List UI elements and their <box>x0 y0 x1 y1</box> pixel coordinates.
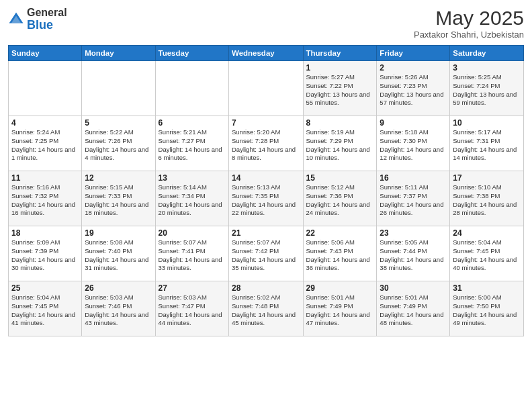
calendar-week-4: 18Sunrise: 5:09 AMSunset: 7:39 PMDayligh… <box>9 226 524 281</box>
day-number: 15 <box>306 173 374 183</box>
calendar-cell: 11Sunrise: 5:16 AMSunset: 7:32 PMDayligh… <box>9 171 82 226</box>
calendar-cell: 17Sunrise: 5:10 AMSunset: 7:38 PMDayligh… <box>450 171 524 226</box>
day-number: 20 <box>159 228 226 238</box>
day-number: 3 <box>453 63 521 73</box>
day-number: 11 <box>11 173 79 183</box>
day-number: 26 <box>85 283 152 293</box>
day-info: Sunrise: 5:18 AMSunset: 7:30 PMDaylight:… <box>380 128 447 163</box>
day-number: 4 <box>11 118 79 128</box>
subtitle: Paxtakor Shahri, Uzbekistan <box>414 30 524 40</box>
day-number: 12 <box>85 173 152 183</box>
day-number: 30 <box>380 283 447 293</box>
header: General Blue May 2025 Paxtakor Shahri, U… <box>8 7 524 40</box>
day-number: 17 <box>453 173 521 183</box>
day-number: 27 <box>159 283 226 293</box>
logo-blue-text: Blue <box>27 18 53 32</box>
header-friday: Friday <box>377 46 450 61</box>
calendar-cell: 5Sunrise: 5:22 AMSunset: 7:26 PMDaylight… <box>82 116 155 171</box>
day-info: Sunrise: 5:04 AMSunset: 7:45 PMDaylight:… <box>11 293 79 328</box>
day-info: Sunrise: 5:15 AMSunset: 7:33 PMDaylight:… <box>85 183 152 218</box>
calendar-cell: 23Sunrise: 5:05 AMSunset: 7:44 PMDayligh… <box>377 226 450 281</box>
calendar-week-1: 1Sunrise: 5:27 AMSunset: 7:22 PMDaylight… <box>9 61 524 116</box>
calendar-cell: 30Sunrise: 5:01 AMSunset: 7:49 PMDayligh… <box>377 281 450 336</box>
calendar-cell: 2Sunrise: 5:26 AMSunset: 7:23 PMDaylight… <box>377 61 450 116</box>
day-info: Sunrise: 5:13 AMSunset: 7:35 PMDaylight:… <box>232 183 300 218</box>
calendar-cell: 31Sunrise: 5:00 AMSunset: 7:50 PMDayligh… <box>450 281 524 336</box>
day-info: Sunrise: 5:10 AMSunset: 7:38 PMDaylight:… <box>453 183 521 218</box>
calendar-cell: 16Sunrise: 5:11 AMSunset: 7:37 PMDayligh… <box>377 171 450 226</box>
calendar-cell: 18Sunrise: 5:09 AMSunset: 7:39 PMDayligh… <box>9 226 82 281</box>
day-number: 18 <box>11 228 79 238</box>
day-info: Sunrise: 5:14 AMSunset: 7:34 PMDaylight:… <box>159 183 226 218</box>
logo-icon <box>8 11 24 28</box>
day-info: Sunrise: 5:05 AMSunset: 7:44 PMDaylight:… <box>380 238 447 273</box>
day-number: 10 <box>453 118 521 128</box>
calendar-cell: 9Sunrise: 5:18 AMSunset: 7:30 PMDaylight… <box>377 116 450 171</box>
calendar-cell: 12Sunrise: 5:15 AMSunset: 7:33 PMDayligh… <box>82 171 155 226</box>
day-info: Sunrise: 5:12 AMSunset: 7:36 PMDaylight:… <box>306 183 374 218</box>
day-number: 31 <box>453 283 521 293</box>
day-info: Sunrise: 5:09 AMSunset: 7:39 PMDaylight:… <box>11 238 79 273</box>
day-number: 8 <box>306 118 374 128</box>
header-wednesday: Wednesday <box>228 46 303 61</box>
calendar-header-row: Sunday Monday Tuesday Wednesday Thursday… <box>9 46 524 61</box>
calendar-cell <box>9 61 82 116</box>
day-number: 1 <box>306 63 374 73</box>
day-info: Sunrise: 5:06 AMSunset: 7:43 PMDaylight:… <box>306 238 374 273</box>
header-monday: Monday <box>82 46 155 61</box>
calendar-cell: 19Sunrise: 5:08 AMSunset: 7:40 PMDayligh… <box>82 226 155 281</box>
calendar-cell <box>155 61 228 116</box>
calendar-cell: 28Sunrise: 5:02 AMSunset: 7:48 PMDayligh… <box>228 281 303 336</box>
calendar-table: Sunday Monday Tuesday Wednesday Thursday… <box>8 45 524 336</box>
day-number: 9 <box>380 118 447 128</box>
header-tuesday: Tuesday <box>155 46 228 61</box>
day-number: 21 <box>232 228 300 238</box>
day-number: 6 <box>159 118 226 128</box>
day-info: Sunrise: 5:24 AMSunset: 7:25 PMDaylight:… <box>11 128 79 163</box>
calendar-cell: 20Sunrise: 5:07 AMSunset: 7:41 PMDayligh… <box>155 226 228 281</box>
calendar-cell <box>228 61 303 116</box>
main-title: May 2025 <box>414 7 524 30</box>
logo-general-text: General <box>27 7 67 18</box>
day-number: 16 <box>380 173 447 183</box>
logo: General Blue <box>8 7 67 32</box>
day-info: Sunrise: 5:27 AMSunset: 7:22 PMDaylight:… <box>306 73 374 107</box>
day-info: Sunrise: 5:20 AMSunset: 7:28 PMDaylight:… <box>232 128 300 163</box>
calendar-week-5: 25Sunrise: 5:04 AMSunset: 7:45 PMDayligh… <box>9 281 524 336</box>
day-info: Sunrise: 5:03 AMSunset: 7:47 PMDaylight:… <box>159 293 226 328</box>
header-thursday: Thursday <box>303 46 377 61</box>
day-info: Sunrise: 5:00 AMSunset: 7:50 PMDaylight:… <box>453 293 521 328</box>
day-info: Sunrise: 5:02 AMSunset: 7:48 PMDaylight:… <box>232 293 300 328</box>
day-info: Sunrise: 5:01 AMSunset: 7:49 PMDaylight:… <box>306 293 374 328</box>
day-number: 29 <box>306 283 374 293</box>
day-number: 19 <box>85 228 152 238</box>
calendar-cell: 21Sunrise: 5:07 AMSunset: 7:42 PMDayligh… <box>228 226 303 281</box>
header-saturday: Saturday <box>450 46 524 61</box>
day-info: Sunrise: 5:01 AMSunset: 7:49 PMDaylight:… <box>380 293 447 328</box>
day-number: 28 <box>232 283 300 293</box>
day-number: 25 <box>11 283 79 293</box>
calendar-cell: 14Sunrise: 5:13 AMSunset: 7:35 PMDayligh… <box>228 171 303 226</box>
calendar-cell: 4Sunrise: 5:24 AMSunset: 7:25 PMDaylight… <box>9 116 82 171</box>
day-info: Sunrise: 5:17 AMSunset: 7:31 PMDaylight:… <box>453 128 521 163</box>
day-info: Sunrise: 5:11 AMSunset: 7:37 PMDaylight:… <box>380 183 447 218</box>
day-info: Sunrise: 5:16 AMSunset: 7:32 PMDaylight:… <box>11 183 79 218</box>
calendar-cell: 15Sunrise: 5:12 AMSunset: 7:36 PMDayligh… <box>303 171 377 226</box>
day-number: 7 <box>232 118 300 128</box>
calendar-cell: 1Sunrise: 5:27 AMSunset: 7:22 PMDaylight… <box>303 61 377 116</box>
calendar-cell <box>82 61 155 116</box>
calendar-cell: 25Sunrise: 5:04 AMSunset: 7:45 PMDayligh… <box>9 281 82 336</box>
day-number: 22 <box>306 228 374 238</box>
header-sunday: Sunday <box>9 46 82 61</box>
day-info: Sunrise: 5:26 AMSunset: 7:23 PMDaylight:… <box>380 73 447 107</box>
day-info: Sunrise: 5:19 AMSunset: 7:29 PMDaylight:… <box>306 128 374 163</box>
day-info: Sunrise: 5:03 AMSunset: 7:46 PMDaylight:… <box>85 293 152 328</box>
day-info: Sunrise: 5:07 AMSunset: 7:41 PMDaylight:… <box>159 238 226 273</box>
calendar-cell: 10Sunrise: 5:17 AMSunset: 7:31 PMDayligh… <box>450 116 524 171</box>
calendar-cell: 27Sunrise: 5:03 AMSunset: 7:47 PMDayligh… <box>155 281 228 336</box>
calendar-cell: 8Sunrise: 5:19 AMSunset: 7:29 PMDaylight… <box>303 116 377 171</box>
day-number: 24 <box>453 228 521 238</box>
day-number: 23 <box>380 228 447 238</box>
calendar-cell: 3Sunrise: 5:25 AMSunset: 7:24 PMDaylight… <box>450 61 524 116</box>
day-info: Sunrise: 5:21 AMSunset: 7:27 PMDaylight:… <box>159 128 226 163</box>
